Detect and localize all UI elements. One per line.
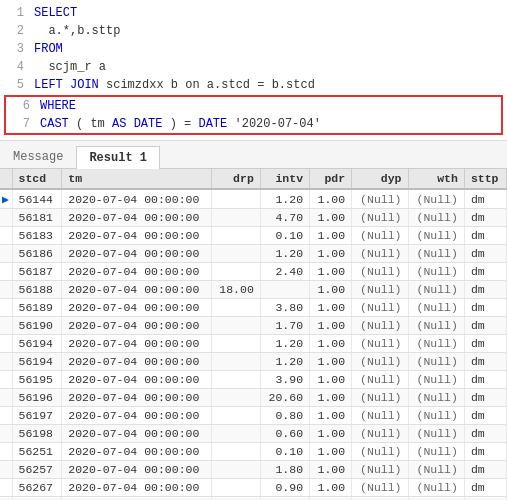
line-number: 2	[4, 22, 24, 40]
table-row: 562672020-07-04 00:00:000.901.00(Null)(N…	[0, 479, 507, 497]
cell-sttp: dm	[464, 371, 506, 389]
code-line-3: 3 FROM	[0, 40, 507, 58]
cast-close: ) =	[170, 117, 199, 131]
cell-wth: (Null)	[408, 425, 464, 443]
line-number: 4	[4, 58, 24, 76]
cell-dyp: (Null)	[352, 479, 408, 497]
tab-result1[interactable]: Result 1	[76, 146, 160, 169]
cell-dyp: (Null)	[352, 317, 408, 335]
cell-intv: 0.80	[260, 407, 309, 425]
cell-dyp: (Null)	[352, 443, 408, 461]
row-indicator	[0, 335, 12, 353]
code-line-6: 6 WHERE	[8, 97, 499, 115]
cell-pdr: 1.00	[310, 263, 352, 281]
cell-pdr: 1.00	[310, 317, 352, 335]
row-indicator: ▶	[0, 189, 12, 209]
cell-drp	[211, 353, 260, 371]
row-indicator	[0, 497, 12, 501]
keyword-left-join: LEFT JOIN	[34, 78, 99, 92]
cell-tm: 2020-07-04 00:00:00	[62, 317, 211, 335]
cell-tm: 2020-07-04 00:00:00	[62, 479, 211, 497]
cell-drp	[211, 227, 260, 245]
row-indicator	[0, 317, 12, 335]
cell-intv: 3.90	[260, 371, 309, 389]
cell-stcd: 56183	[12, 227, 62, 245]
cell-stcd: 56189	[12, 299, 62, 317]
col-header-pdr: pdr	[310, 169, 352, 189]
line-number: 7	[10, 115, 30, 133]
cell-tm: 2020-07-04 00:00:00	[62, 245, 211, 263]
results-table: stcd tm drp intv pdr dyp wth sttp ▶56144…	[0, 169, 507, 500]
col-header-drp: drp	[211, 169, 260, 189]
cell-tm: 2020-07-04 00:00:00	[62, 425, 211, 443]
col-header-intv: intv	[260, 169, 309, 189]
cell-pdr: 1.00	[310, 209, 352, 227]
as-date-keyword: AS DATE	[112, 117, 162, 131]
cell-pdr: 1.00	[310, 335, 352, 353]
cell-wth: (Null)	[408, 443, 464, 461]
cell-dyp: (Null)	[352, 353, 408, 371]
cell-stcd: 56196	[12, 389, 62, 407]
cell-pdr: 1.00	[310, 281, 352, 299]
cell-wth: (Null)	[408, 299, 464, 317]
cell-drp	[211, 335, 260, 353]
col-header-indicator	[0, 169, 12, 189]
code-line-7: 7 CAST ( tm AS DATE ) = DATE '2020-07-04…	[8, 115, 499, 133]
cell-intv: 4.70	[260, 209, 309, 227]
cell-tm: 2020-07-04 00:00:00	[62, 227, 211, 245]
cast-open: ( tm	[76, 117, 112, 131]
cell-wth: (Null)	[408, 189, 464, 209]
cell-intv: 0.90	[260, 479, 309, 497]
cell-intv: 1.70	[260, 317, 309, 335]
cell-sttp: dm	[464, 389, 506, 407]
row-indicator	[0, 227, 12, 245]
line-content: scjm_r a	[34, 58, 503, 76]
cell-wth: (Null)	[408, 407, 464, 425]
cell-wth: (Null)	[408, 209, 464, 227]
cell-stcd: 56267	[12, 479, 62, 497]
cell-intv: 1.80	[260, 461, 309, 479]
table-row: 561982020-07-04 00:00:000.601.00(Null)(N…	[0, 425, 507, 443]
table-row: 561952020-07-04 00:00:003.901.00(Null)(N…	[0, 371, 507, 389]
cell-pdr: 1.00	[310, 389, 352, 407]
cell-dyp: (Null)	[352, 189, 408, 209]
code-line-1: 1 SELECT	[0, 4, 507, 22]
cell-intv: 1.20	[260, 353, 309, 371]
cell-wth: (Null)	[408, 353, 464, 371]
cell-sttp: dm	[464, 425, 506, 443]
cell-tm: 2020-07-04 00:00:00	[62, 497, 211, 501]
line-number: 1	[4, 4, 24, 22]
cell-wth: (Null)	[408, 263, 464, 281]
cell-pdr: 1.00	[310, 245, 352, 263]
cell-intv: 0.10	[260, 443, 309, 461]
line-content: FROM	[34, 40, 503, 58]
cell-wth: (Null)	[408, 281, 464, 299]
cell-tm: 2020-07-04 00:00:00	[62, 263, 211, 281]
tab-message[interactable]: Message	[0, 145, 76, 168]
table-row: 561962020-07-04 00:00:0020.601.00(Null)(…	[0, 389, 507, 407]
cell-dyp: (Null)	[352, 497, 408, 501]
cell-stcd: 56198	[12, 425, 62, 443]
join-clause: scimzdxx b on a.stcd = b.stcd	[106, 78, 315, 92]
cell-dyp: (Null)	[352, 227, 408, 245]
row-indicator	[0, 479, 12, 497]
cell-pdr: 1.00	[310, 479, 352, 497]
table-body: ▶561442020-07-04 00:00:001.201.00(Null)(…	[0, 189, 507, 500]
cell-sttp: dm	[464, 497, 506, 501]
cell-pdr: 1.00	[310, 425, 352, 443]
highlight-where-block: 6 WHERE 7 CAST ( tm AS DATE ) = DATE '20…	[4, 95, 503, 135]
cell-sttp: dm	[464, 263, 506, 281]
cell-sttp: dm	[464, 407, 506, 425]
line-content: SELECT	[34, 4, 503, 22]
cell-sttp: dm	[464, 353, 506, 371]
cell-stcd: 56187	[12, 263, 62, 281]
cell-wth: (Null)	[408, 371, 464, 389]
cell-stcd: 56197	[12, 407, 62, 425]
cell-dyp: (Null)	[352, 263, 408, 281]
row-indicator	[0, 389, 12, 407]
row-indicator	[0, 407, 12, 425]
col-header-tm: tm	[62, 169, 211, 189]
line-content: WHERE	[40, 97, 497, 115]
table-row: 561832020-07-04 00:00:000.101.00(Null)(N…	[0, 227, 507, 245]
cell-dyp: (Null)	[352, 407, 408, 425]
